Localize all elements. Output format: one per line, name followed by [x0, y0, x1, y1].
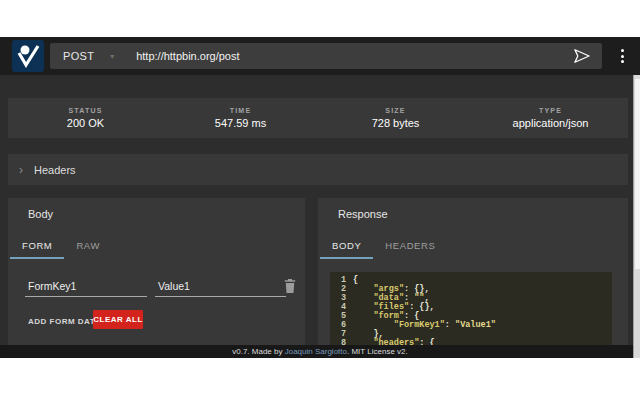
footer: v0.7. Made by Joaquin Sargiotto. MIT Lic…	[0, 345, 640, 358]
vertical-scrollbar[interactable]	[633, 75, 640, 358]
status-field-label: SIZE	[318, 107, 473, 114]
status-field-value: application/json	[473, 117, 628, 129]
response-panel-tab[interactable]: HEADERS	[373, 234, 447, 259]
form-key-input[interactable]: FormKey1	[25, 278, 147, 297]
headers-section-toggle[interactable]: › Headers	[8, 154, 628, 185]
send-button[interactable]	[572, 46, 592, 66]
add-form-data-button[interactable]: ADD FORM DATA	[28, 317, 101, 326]
status-field: TIME 547.59 ms	[163, 107, 318, 129]
top-bar: POST ▾ http://httpbin.org/post	[0, 37, 640, 75]
response-panel: Response BODYHEADERS 1{2 "args": {},3 "d…	[318, 198, 628, 345]
response-panel-title: Response	[338, 208, 388, 220]
body-panel: Body FORMRAW FormKey1 Value1 ADD FORM DA…	[8, 198, 305, 345]
status-field-value: 547.59 ms	[163, 117, 318, 129]
status-field-label: TIME	[163, 107, 318, 114]
chevron-right-icon: ›	[19, 165, 23, 175]
clear-all-button[interactable]: CLEAR ALL	[93, 310, 143, 329]
footer-version-text: v0.7. Made by	[232, 347, 284, 356]
headers-section-title: Headers	[34, 164, 76, 176]
response-panel-tabs: BODYHEADERS	[320, 234, 447, 259]
send-icon	[572, 46, 592, 66]
delete-row-button[interactable]	[284, 279, 296, 297]
footer-author-link[interactable]: Joaquin Sargiotto	[285, 347, 347, 356]
status-field-label: STATUS	[8, 107, 163, 114]
response-code: 1{2 "args": {},3 "data": "",4 "files": {…	[330, 272, 612, 345]
chevron-down-icon[interactable]: ▾	[110, 52, 114, 61]
status-field-value: 728 bytes	[318, 117, 473, 129]
app-logo-icon	[12, 40, 44, 72]
status-field-label: TYPE	[473, 107, 628, 114]
status-field: STATUS 200 OK	[8, 107, 163, 129]
response-panel-tab[interactable]: BODY	[320, 234, 373, 259]
method-dropdown[interactable]: POST	[63, 50, 94, 62]
status-field: TYPE application/json	[473, 107, 628, 129]
status-bar: STATUS 200 OK TIME 547.59 ms SIZE 728 by…	[8, 98, 628, 138]
url-input[interactable]: http://httpbin.org/post	[136, 50, 239, 62]
request-bar: POST ▾ http://httpbin.org/post	[50, 43, 602, 69]
status-field-value: 200 OK	[8, 117, 163, 129]
status-field: SIZE 728 bytes	[318, 107, 473, 129]
form-value-input[interactable]: Value1	[155, 278, 286, 297]
scrollbar-thumb[interactable]	[635, 79, 640, 269]
trash-icon	[284, 279, 296, 293]
kebab-menu-icon[interactable]	[615, 45, 629, 67]
footer-license-text: . MIT License v2.	[347, 347, 408, 356]
app-window: POST ▾ http://httpbin.org/post STATUS 20…	[0, 37, 640, 358]
